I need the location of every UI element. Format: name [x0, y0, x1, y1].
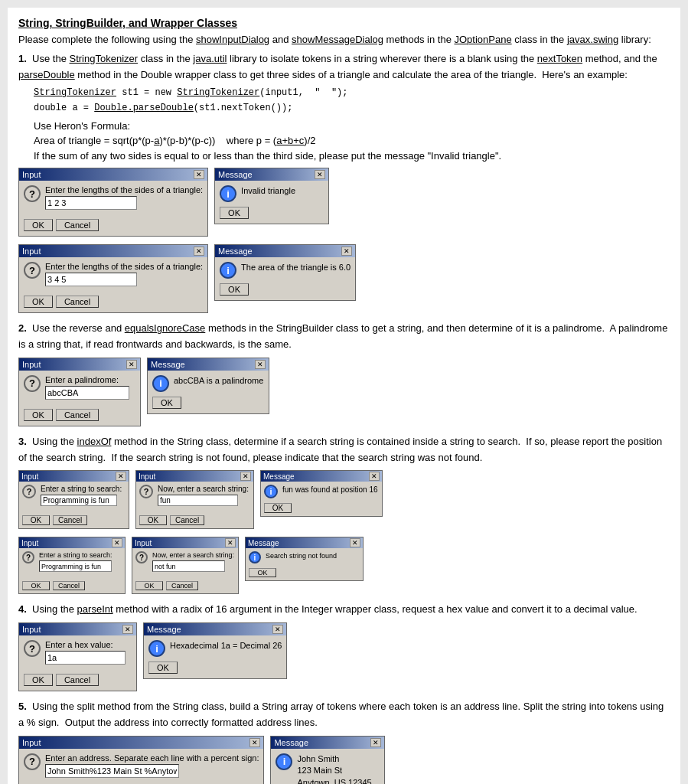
section-3: 3. Using the indexOf method in the Strin… [18, 434, 670, 595]
search-word-input-1[interactable] [158, 495, 238, 506]
dialog-label: Enter a string to search: [39, 551, 112, 559]
close-icon[interactable]: ✕ [126, 360, 137, 369]
ok-button[interactable]: OK [135, 581, 163, 590]
search-string-input-1[interactable] [41, 495, 117, 506]
triangle-input-1[interactable] [45, 196, 137, 210]
input-dialog-3d: Input ✕ ? Now, enter a search string: OK… [132, 537, 239, 594]
ok-button[interactable]: OK [152, 397, 181, 409]
code-line-1: StringTokenizer st1 = new StringTokenize… [34, 86, 670, 100]
cancel-button[interactable]: Cancel [56, 296, 99, 308]
close-icon[interactable]: ✕ [249, 738, 260, 747]
dialog-label: Now, enter a search string: [158, 485, 249, 493]
dialog-titlebar: Input ✕ [19, 623, 136, 635]
section3-dialogs-row1: Input ✕ ? Enter a string to search: OK C… [18, 470, 670, 529]
close-icon[interactable]: ✕ [240, 472, 251, 481]
ok-button[interactable]: OK [139, 515, 167, 525]
input-dialog-4a: Input ✕ ? Enter a hex value: OK Cancel [18, 622, 137, 691]
close-icon[interactable]: ✕ [350, 538, 360, 547]
cancel-button[interactable]: Cancel [56, 409, 99, 421]
close-icon[interactable]: ✕ [272, 625, 283, 634]
dialog-label: Enter the lengths of the sides of a tria… [45, 262, 203, 271]
question-icon: ? [135, 551, 148, 564]
ok-button[interactable]: OK [220, 283, 249, 296]
close-icon[interactable]: ✕ [122, 625, 133, 634]
dialog-label: Enter an address. Separate each line wit… [45, 753, 259, 763]
cancel-button[interactable]: Cancel [166, 581, 198, 590]
message-dialog-2a: Message ✕ i abcCBA is a palindrome OK [147, 358, 269, 414]
ok-button[interactable]: OK [220, 207, 249, 219]
intro-text: Please complete the following using the … [18, 32, 670, 48]
cancel-button[interactable]: Cancel [56, 219, 99, 231]
dialog-titlebar: Message ✕ [215, 245, 355, 257]
section5-dialogs-row1: Input ✕ ? Enter an address. Separate eac… [18, 736, 670, 784]
input-dialog-3a: Input ✕ ? Enter a string to search: OK C… [18, 470, 129, 529]
dialog-titlebar: Message ✕ [261, 471, 382, 482]
close-icon[interactable]: ✕ [369, 472, 380, 481]
address-input[interactable] [45, 764, 179, 778]
close-icon[interactable]: ✕ [255, 360, 266, 369]
message-dialog-3a: Message ✕ i fun was found at position 16… [260, 470, 383, 517]
section3-dialogs-row2: Input ✕ ? Enter a string to search: OK C… [18, 537, 670, 594]
close-icon[interactable]: ✕ [194, 170, 204, 179]
close-icon[interactable]: ✕ [370, 738, 381, 747]
close-icon[interactable]: ✕ [315, 170, 325, 179]
ok-button[interactable]: OK [24, 296, 53, 308]
palindrome-input[interactable] [45, 386, 129, 400]
input-dialog-2a: Input ✕ ? Enter a palindrome: OK Cancel [18, 358, 141, 426]
heron-formula: Use Heron's Formula: Area of triangle = … [34, 119, 670, 164]
message-dialog-1b: Message ✕ i The area of the triangle is … [214, 244, 356, 301]
question-icon: ? [24, 185, 41, 202]
close-icon[interactable]: ✕ [194, 247, 204, 256]
section-4: 4. Using the parseInt method with a radi… [18, 602, 670, 691]
close-icon[interactable]: ✕ [116, 472, 126, 481]
ok-button[interactable]: OK [24, 409, 53, 421]
cancel-button[interactable]: Cancel [53, 581, 85, 590]
dialog-label: Enter a palindrome: [45, 375, 129, 384]
dialog-titlebar: Message ✕ [144, 623, 286, 635]
ok-button[interactable]: OK [148, 662, 178, 674]
close-icon[interactable]: ✕ [341, 247, 352, 256]
dialog-label: Enter a hex value: [45, 640, 126, 649]
section2-dialogs-row1: Input ✕ ? Enter a palindrome: OK Cancel [18, 358, 670, 426]
cancel-button[interactable]: Cancel [56, 674, 99, 686]
input-dialog-3b: Input ✕ ? Now, enter a search string: OK… [135, 470, 254, 529]
hex-input[interactable] [45, 651, 126, 665]
ok-button[interactable]: OK [22, 581, 50, 590]
ok-button[interactable]: OK [249, 568, 276, 577]
found-message: fun was found at position 16 [282, 485, 378, 495]
cancel-button[interactable]: Cancel [170, 515, 204, 525]
hex-message: Hexadecimal 1a = Decimal 26 [170, 640, 282, 652]
ok-button[interactable]: OK [264, 503, 292, 513]
input-dialog-5a: Input ✕ ? Enter an address. Separate eac… [18, 736, 264, 784]
dialog-titlebar: Message ✕ [148, 358, 269, 371]
page-title: String, StringBuilder, and Wrapper Class… [18, 17, 670, 29]
area-message: The area of the triangle is 6.0 [241, 262, 351, 273]
question-icon: ? [24, 753, 41, 770]
triangle-input-2[interactable] [45, 273, 137, 286]
input-dialog-1a: Input ✕ ? Enter the lengths of the sides… [18, 168, 208, 237]
dialog-titlebar: Input ✕ [136, 471, 253, 482]
dialog-titlebar: Input ✕ [19, 737, 263, 749]
ok-button[interactable]: OK [22, 515, 50, 525]
dialog-titlebar: Message ✕ [271, 737, 384, 749]
address-message: John Smith123 Main StAnytown, US 12345 [297, 753, 371, 784]
info-icon: i [249, 551, 261, 564]
ok-button[interactable]: OK [24, 674, 53, 686]
section1-dialogs-row2: Input ✕ ? Enter the lengths of the sides… [18, 244, 670, 313]
dialog-titlebar: Input ✕ [19, 537, 125, 548]
ok-button[interactable]: OK [24, 219, 53, 231]
message-dialog-1a: Message ✕ i Invalid triangle OK [214, 168, 329, 224]
info-icon: i [148, 640, 165, 657]
search-string-input-2[interactable] [39, 560, 112, 572]
section4-dialogs-row1: Input ✕ ? Enter a hex value: OK Cancel [18, 622, 670, 691]
search-word-input-2[interactable] [152, 560, 225, 572]
info-icon: i [264, 485, 278, 498]
cancel-button[interactable]: Cancel [53, 515, 87, 525]
dialog-buttons: OK Cancel [24, 219, 203, 231]
question-icon: ? [24, 375, 41, 392]
dialog-titlebar: Input ✕ [132, 537, 238, 548]
close-icon[interactable]: ✕ [225, 538, 236, 547]
close-icon[interactable]: ✕ [112, 538, 122, 547]
invalid-triangle-message: Invalid triangle [241, 185, 295, 197]
message-dialog-4a: Message ✕ i Hexadecimal 1a = Decimal 26 … [143, 622, 287, 679]
